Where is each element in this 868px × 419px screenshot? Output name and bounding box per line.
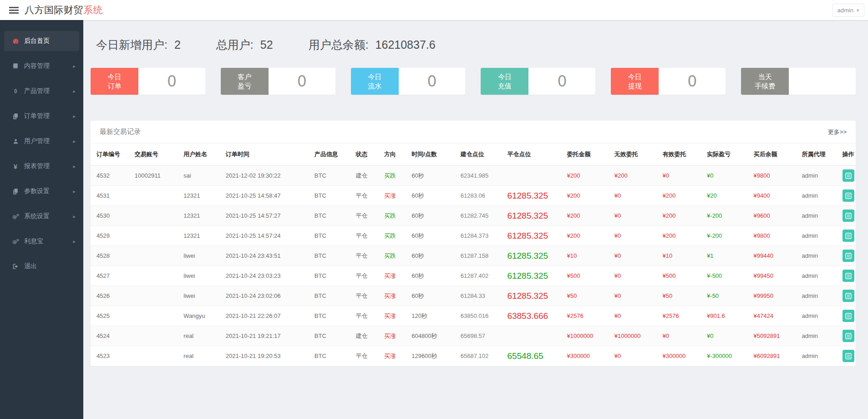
cell-invalid: ¥0 [612, 226, 660, 246]
sidebar-item-system[interactable]: 系统设置▸ [4, 206, 79, 226]
user-menu[interactable]: admin ▾ [832, 4, 864, 17]
cell-id: 4528 [91, 246, 132, 266]
cell-open: 61284.33 [458, 286, 505, 306]
order-detail-button[interactable] [843, 350, 854, 362]
order-detail-button[interactable] [843, 290, 854, 302]
cell-invalid: ¥0 [612, 306, 660, 326]
order-detail-button[interactable] [843, 210, 854, 222]
cell-id: 4531 [91, 186, 132, 206]
cell-valid: ¥0 [660, 326, 704, 346]
cell-amount: ¥200 [564, 186, 611, 206]
sidebar-item-lixibao[interactable]: 利息宝▸ [4, 231, 79, 251]
cell-id: 4527 [91, 266, 132, 286]
order-detail-button[interactable] [843, 310, 854, 322]
cell-open: 61284.373 [458, 226, 505, 246]
cell-agent: admin [799, 266, 840, 286]
stat-card-value: 0 [138, 68, 205, 95]
column-header: 用户姓名 [181, 143, 223, 166]
latest-trades-panel: 最新交易记录 更多>> 订单编号交易账号用户姓名订单时间产品信息状态方向时间/点… [91, 121, 856, 366]
cell-account [132, 246, 181, 266]
cell-valid: ¥200 [660, 206, 704, 226]
cell-amount: ¥1000000 [564, 326, 611, 346]
sidebar-item-content[interactable]: 内容管理▸ [4, 56, 79, 76]
list-icon [845, 353, 852, 359]
more-link[interactable]: 更多>> [828, 128, 847, 136]
cell-product: BTC [312, 246, 353, 266]
stat-card-today-fees: 当天手续费 [741, 68, 856, 95]
column-header: 无效委托 [612, 143, 660, 166]
order-detail-button[interactable] [843, 230, 854, 242]
cell-invalid: ¥0 [612, 246, 660, 266]
cell-username: Wangyu [181, 306, 223, 326]
yen-icon: ¥ [11, 163, 20, 170]
cell-action [840, 326, 856, 346]
gears-icon [11, 238, 20, 245]
list-icon [845, 313, 852, 319]
cell-close: 61285.325 [504, 266, 564, 286]
stat-card-today-turnover: 今日流水0 [351, 68, 466, 95]
order-detail-button[interactable] [843, 270, 854, 282]
sidebar-item-orders[interactable]: 订单管理▸ [4, 106, 79, 126]
cell-username: liwei [181, 286, 223, 306]
list-icon [845, 293, 852, 299]
sidebar-item-params[interactable]: 参数设置▸ [4, 181, 79, 201]
cell-invalid: ¥0 [612, 186, 660, 206]
cell-status: 建仓 [353, 326, 381, 346]
column-header: 产品信息 [312, 143, 353, 166]
chevron-right-icon: ▸ [73, 138, 76, 144]
cell-open: 62341.985 [458, 166, 505, 186]
order-detail-button[interactable] [843, 250, 854, 262]
list-icon [845, 273, 852, 279]
cell-id: 4524 [91, 326, 132, 346]
sidebar-item-product[interactable]: 产品管理▸ [4, 81, 79, 101]
cell-duration: 60秒 [409, 206, 458, 226]
cell-username: liwei [181, 246, 223, 266]
cell-account [132, 306, 181, 326]
cell-time: 2021-10-25 14:58:47 [223, 186, 312, 206]
order-detail-button[interactable] [843, 189, 854, 202]
cell-close: 61285.325 [504, 246, 564, 266]
order-detail-button[interactable] [843, 330, 854, 342]
stat-card-value: 0 [399, 68, 466, 95]
stat-card-value: 0 [528, 68, 595, 95]
cell-direction: 买跌 [381, 166, 409, 186]
cell-amount: ¥2576 [564, 306, 611, 326]
table-row: 4526liwei2021-10-24 23:02:06BTC平仓买涨60秒61… [91, 286, 856, 306]
cell-duration: 60秒 [409, 226, 458, 246]
sidebar-item-label: 系统设置 [24, 212, 50, 220]
cell-status: 平仓 [353, 246, 381, 266]
stat-total-users: 总用户: 52 [216, 37, 273, 52]
cell-status: 平仓 [353, 226, 381, 246]
cell-close: 61285.325 [504, 226, 564, 246]
cell-product: BTC [312, 266, 353, 286]
cell-duration: 604800秒 [409, 326, 458, 346]
cell-time: 2021-10-24 23:43:51 [223, 246, 312, 266]
cell-close: 63853.666 [504, 306, 564, 326]
sidebar-item-users[interactable]: 用户管理▸ [4, 131, 79, 151]
table-row: 4525Wangyu2021-10-21 22:26:07BTC平仓买涨120秒… [91, 306, 856, 326]
table-row: 4523real2021-10-21 19:20:53BTC平仓买涨129600… [91, 346, 856, 366]
chevron-right-icon: ▸ [73, 164, 76, 169]
sidebar-item-reports[interactable]: ¥报表管理▸ [4, 156, 79, 176]
cell-agent: admin [799, 286, 840, 306]
chevron-right-icon: ▸ [73, 88, 76, 94]
chevron-right-icon: ▸ [73, 239, 76, 245]
column-header: 所属代理 [799, 143, 840, 166]
cell-direction: 买涨 [381, 266, 409, 286]
cell-amount: ¥200 [564, 166, 611, 186]
order-detail-button[interactable] [843, 169, 854, 182]
table-row: 4524real2021-10-21 19:21:17BTC建仓买涨604800… [91, 326, 856, 346]
menu-toggle-icon[interactable] [9, 7, 19, 14]
stat-cards: 今日订单0客户盈亏0今日流水0今日充值0今日提现0当天手续费 [91, 68, 856, 95]
cell-action [840, 186, 856, 206]
sidebar-item-logout[interactable]: 退出 [4, 256, 79, 276]
cell-close: 61285.325 [504, 186, 564, 206]
cell-agent: admin [799, 186, 840, 206]
sidebar-item-dashboard[interactable]: 后台首页 [4, 31, 79, 51]
column-header: 实际盈亏 [704, 143, 751, 166]
cell-duration: 60秒 [409, 186, 458, 206]
stat-total-users-value: 52 [260, 38, 273, 51]
cell-product: BTC [312, 346, 353, 366]
cell-duration: 60秒 [409, 266, 458, 286]
top-header: 八方国际财贸系统 admin ▾ [0, 0, 868, 20]
